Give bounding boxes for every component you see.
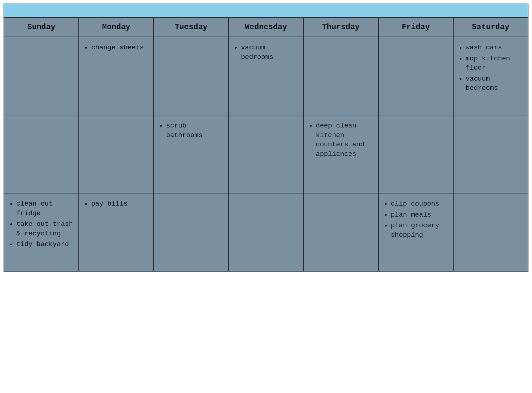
page-wrapper: SundayMondayTuesdayWednesdayThursdayFrid… (4, 4, 528, 272)
cell-sunday-2: clean out fridgetake out trash & recycli… (4, 193, 79, 271)
cell-wednesday-0: vacuum bedrooms (228, 37, 303, 115)
cell-monday-0: change sheets (79, 37, 154, 115)
cell-wednesday-1 (228, 115, 303, 193)
task-item: vacuum bedrooms (241, 43, 299, 62)
task-list-wednesday-0: vacuum bedrooms (233, 43, 299, 62)
cell-friday-1 (378, 115, 453, 193)
schedule-table: SundayMondayTuesdayWednesdayThursdayFrid… (4, 17, 528, 272)
cell-tuesday-0 (154, 37, 228, 115)
task-item: plan meals (391, 210, 449, 220)
cell-saturday-1 (453, 115, 528, 193)
cell-friday-2: clip couponsplan mealsplan grocery shopp… (378, 193, 453, 271)
task-item: wash cars (466, 43, 523, 53)
cell-saturday-0: wash carsmop kitchen floorvacuum bedroom… (453, 37, 528, 115)
task-item: vacuum bedrooms (466, 74, 523, 93)
title-bar (4, 4, 528, 17)
header-thursday: Thursday (304, 17, 378, 37)
cell-monday-2: pay bills (79, 193, 154, 271)
task-item: change sheets (91, 43, 149, 53)
cell-monday-1 (79, 115, 154, 193)
cell-tuesday-1: scrub bathrooms (154, 115, 228, 193)
task-item: scrub bathrooms (166, 121, 224, 140)
task-item: take out trash & recycling (16, 219, 74, 238)
task-list-thursday-1: deep clean kitchen counters and applianc… (308, 121, 374, 159)
cell-friday-0 (378, 37, 453, 115)
table-row-2: clean out fridgetake out trash & recycli… (4, 193, 528, 271)
task-item: tidy backyard (16, 240, 74, 249)
task-list-monday-0: change sheets (83, 43, 149, 53)
task-list-monday-2: pay bills (83, 199, 149, 209)
cell-thursday-2 (304, 193, 378, 271)
header-friday: Friday (378, 17, 453, 37)
header-tuesday: Tuesday (154, 17, 228, 37)
header-monday: Monday (79, 17, 154, 37)
header-saturday: Saturday (453, 17, 528, 37)
cell-sunday-0 (4, 37, 79, 115)
task-list-tuesday-1: scrub bathrooms (158, 121, 224, 140)
table-row-0: change sheetsvacuum bedroomswash carsmop… (4, 37, 528, 115)
task-list-friday-2: clip couponsplan mealsplan grocery shopp… (383, 199, 449, 240)
table-row-1: scrub bathroomsdeep clean kitchen counte… (4, 115, 528, 193)
cell-thursday-1: deep clean kitchen counters and applianc… (304, 115, 378, 193)
cell-saturday-2 (453, 193, 528, 271)
task-item: plan grocery shopping (391, 221, 449, 240)
task-item: mop kitchen floor (466, 54, 523, 73)
cell-wednesday-2 (228, 193, 303, 271)
task-item: clean out fridge (16, 199, 74, 218)
task-list-saturday-0: wash carsmop kitchen floorvacuum bedroom… (458, 43, 523, 93)
task-list-sunday-2: clean out fridgetake out trash & recycli… (9, 199, 74, 249)
cell-sunday-1 (4, 115, 79, 193)
cell-thursday-0 (304, 37, 378, 115)
cell-tuesday-2 (154, 193, 228, 271)
header-sunday: Sunday (4, 17, 79, 37)
task-item: pay bills (91, 199, 149, 209)
task-item: deep clean kitchen counters and applianc… (316, 121, 374, 159)
header-row: SundayMondayTuesdayWednesdayThursdayFrid… (4, 17, 528, 37)
header-wednesday: Wednesday (228, 17, 303, 37)
task-item: clip coupons (391, 199, 449, 209)
